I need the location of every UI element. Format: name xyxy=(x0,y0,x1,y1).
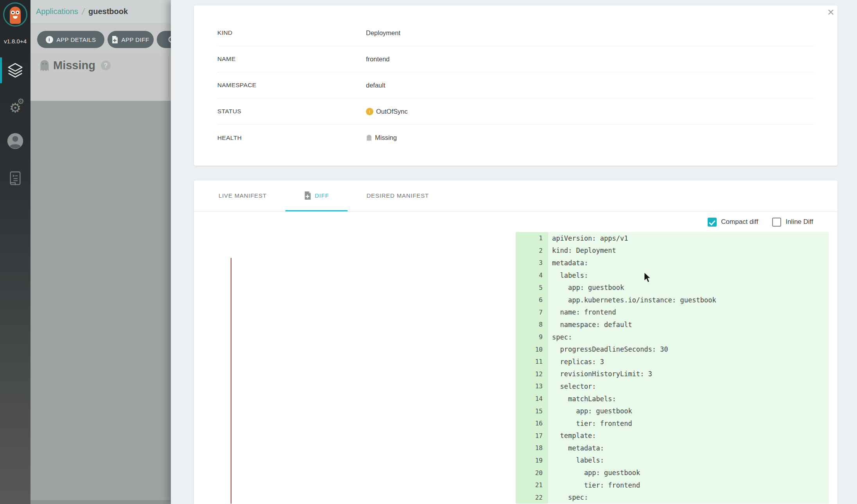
diff-line-code: kind: Deployment xyxy=(548,245,829,257)
summary-field-value: OutOfSync xyxy=(376,108,408,115)
summary-field-value: Deployment xyxy=(366,29,400,37)
tab-label: DIFF xyxy=(315,192,329,199)
diff-line: 2 kind: Deployment xyxy=(516,245,829,257)
gear-small-icon: ⚙ xyxy=(17,97,24,105)
version-label: v1.8.0+4 xyxy=(0,38,30,45)
health-status-heading: Missing xyxy=(53,59,95,72)
summary-row: NAMESPACE ↑ default xyxy=(217,72,814,98)
out-of-sync-icon: ↑ xyxy=(366,108,373,115)
diff-line: 16 tier: frontend xyxy=(516,417,829,430)
summary-field-label: NAMESPACE xyxy=(217,82,366,89)
diff-line-number: 13 xyxy=(516,380,548,393)
diff-line: 6 app.kubernetes.io/instance: guestbook xyxy=(516,294,829,306)
tab-label: LIVE MANIFEST xyxy=(219,192,267,199)
diff-line-code: app: guestbook xyxy=(548,466,829,479)
diff-line: 18 metadata: xyxy=(516,442,829,454)
diff-added-pane[interactable]: 1 apiVersion: apps/v1 2 kind: Deployment… xyxy=(516,232,829,504)
tab-label: DESIRED MANIFEST xyxy=(366,192,428,199)
diff-line-number: 20 xyxy=(516,466,548,479)
diff-line-number: 19 xyxy=(516,454,548,467)
diff-line-number: 7 xyxy=(516,306,548,319)
diff-line: 5 app: guestbook xyxy=(516,281,829,294)
diff-line: 8 namespace: default xyxy=(516,318,829,331)
diff-line-code: app: guestbook xyxy=(548,281,829,294)
diff-line: 12 revisionHistoryLimit: 3 xyxy=(516,368,829,381)
diff-line-number: 22 xyxy=(516,491,548,504)
diff-line-code: namespace: default xyxy=(548,318,829,331)
section-divider xyxy=(168,57,169,97)
diff-line-code: revisionHistoryLimit: 3 xyxy=(548,368,829,381)
app-diff-label: APP DIFF xyxy=(121,36,149,43)
summary-field-value: frontend xyxy=(366,55,390,63)
info-icon: i xyxy=(46,36,53,43)
diff-line: 10 progressDeadlineSeconds: 30 xyxy=(516,343,829,356)
diff-line-number: 6 xyxy=(516,294,548,306)
argo-logo xyxy=(3,2,27,27)
summary-field-value: default xyxy=(366,82,385,89)
sidebar-item-applications[interactable] xyxy=(0,57,30,83)
diff-line: 7 name: frontend xyxy=(516,306,829,319)
summary-field-value: Missing xyxy=(375,134,397,141)
diff-line-code: metadata: xyxy=(548,257,829,269)
diff-line-number: 9 xyxy=(516,331,548,343)
app-details-label: APP DETAILS xyxy=(57,36,96,43)
manifest-tab[interactable]: DESIRED MANIFEST xyxy=(348,181,447,211)
resource-summary-card: KIND ↑ Deployment NAME xyxy=(194,5,837,166)
breadcrumb-applications-link[interactable]: Applications xyxy=(36,7,78,16)
diff-line: 3 metadata: xyxy=(516,257,829,269)
diff-line-code: apiVersion: apps/v1 xyxy=(548,232,829,245)
diff-line: 19 labels: xyxy=(516,454,829,467)
diff-line-code: matchLabels: xyxy=(548,393,829,405)
diff-line: 20 app: guestbook xyxy=(516,466,829,479)
diff-viewer: 1 apiVersion: apps/v1 2 kind: Deployment… xyxy=(194,232,837,504)
diff-line-number: 17 xyxy=(516,430,548,442)
ghost-icon xyxy=(39,59,50,72)
summary-row: HEALTH ↑ Missing xyxy=(217,125,814,151)
sidebar-item-docs[interactable] xyxy=(0,166,30,191)
breadcrumb-current: guestbook xyxy=(88,7,128,16)
manifest-tab[interactable]: DIFF xyxy=(285,181,348,211)
breadcrumb: Applications / guestbook xyxy=(36,0,128,23)
manifest-tab[interactable]: LIVE MANIFEST xyxy=(200,181,285,211)
sidebar-item-user[interactable] xyxy=(0,128,30,154)
summary-field-label: HEALTH xyxy=(217,134,366,141)
sidebar-item-settings[interactable]: ⚙ ⚙ xyxy=(0,95,30,121)
diff-line-code: progressDeadlineSeconds: 30 xyxy=(548,343,829,356)
diff-line-number: 15 xyxy=(516,405,548,417)
diff-line-code: spec: xyxy=(548,491,829,504)
diff-line-number: 11 xyxy=(516,356,548,368)
diff-line-number: 21 xyxy=(516,479,548,491)
diff-options: Compact diff Inline Diff xyxy=(194,212,837,232)
manifest-tabs: LIVE MANIFEST DIFF xyxy=(194,181,837,212)
help-icon[interactable]: ? xyxy=(101,61,111,70)
layers-icon xyxy=(6,61,24,79)
diff-line: 21 tier: frontend xyxy=(516,479,829,491)
file-diff-icon xyxy=(112,36,118,43)
diff-line-number: 1 xyxy=(516,232,548,245)
checkbox[interactable] xyxy=(772,218,781,227)
resource-slide-panel: KIND ↑ Deployment NAME xyxy=(171,0,857,504)
diff-line-code: template: xyxy=(548,430,829,442)
diff-line-number: 3 xyxy=(516,257,548,269)
diff-line-number: 4 xyxy=(516,269,548,282)
argocd-app: Applications / guestbook i APP DETAILS A… xyxy=(0,0,857,504)
summary-row: NAME ↑ frontend xyxy=(217,46,814,72)
app-diff-button[interactable]: APP DIFF xyxy=(108,31,154,48)
app-details-button[interactable]: i APP DETAILS xyxy=(37,31,104,48)
diff-line-number: 16 xyxy=(516,417,548,430)
file-plus-icon xyxy=(304,191,311,200)
user-icon xyxy=(7,132,24,150)
checkbox-label: Compact diff xyxy=(721,218,758,226)
document-icon xyxy=(8,171,23,186)
summary-field-label: STATUS xyxy=(217,108,366,115)
diff-option[interactable]: Compact diff xyxy=(708,218,758,227)
diff-line: 11 replicas: 3 xyxy=(516,356,829,368)
diff-line-code: app: guestbook xyxy=(548,405,829,417)
diff-line-number: 2 xyxy=(516,245,548,257)
diff-option[interactable]: Inline Diff xyxy=(772,218,813,227)
checkbox[interactable] xyxy=(708,218,717,227)
diff-line-code: labels: xyxy=(548,454,829,467)
diff-line-number: 10 xyxy=(516,343,548,356)
close-icon[interactable]: × xyxy=(825,6,837,19)
diff-line-code: labels: xyxy=(548,269,829,282)
